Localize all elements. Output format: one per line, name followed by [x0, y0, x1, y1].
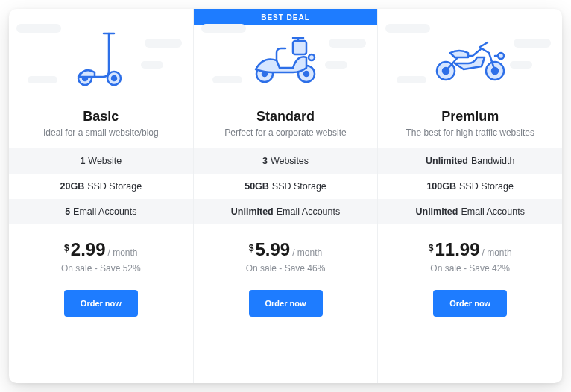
price-period: / month — [482, 247, 512, 258]
feature-row: 1Website — [9, 148, 193, 174]
price-amount: 5.99 — [255, 239, 290, 260]
feature-list: UnlimitedBandwidth 100GBSSD Storage Unli… — [378, 148, 562, 224]
plan-tagline: Perfect for a corporate website — [224, 127, 346, 138]
plan-hero — [378, 9, 562, 106]
currency: $ — [249, 243, 254, 253]
sale-text: On sale - Save 46% — [246, 263, 326, 274]
svg-point-9 — [304, 72, 309, 76]
plan-hero — [9, 9, 193, 106]
plan-tagline: The best for high traffic websites — [406, 127, 534, 138]
price-period: / month — [108, 247, 138, 258]
price-amount: 2.99 — [71, 239, 106, 260]
svg-line-18 — [480, 42, 488, 47]
price-amount: 11.99 — [435, 239, 479, 260]
feature-row: UnlimitedEmail Accounts — [194, 199, 378, 224]
svg-point-5 — [112, 76, 116, 80]
pricing-table: Basic Ideal for a small website/blog 1We… — [9, 9, 562, 383]
plan-premium: Premium The best for high traffic websit… — [378, 9, 562, 383]
motorcycle-icon — [429, 34, 511, 81]
price: $ 2.99 / month On sale - Save 52% — [61, 239, 141, 274]
plan-tagline: Ideal for a small website/blog — [43, 127, 159, 138]
plan-standard: BEST DEAL — [194, 9, 379, 383]
price: $ 11.99 / month On sale - Save 42% — [429, 239, 512, 274]
feature-row: 100GBSSD Storage — [378, 174, 562, 199]
order-button[interactable]: Order now — [433, 290, 507, 317]
feature-row: UnlimitedEmail Accounts — [378, 199, 562, 224]
svg-rect-10 — [293, 41, 306, 54]
feature-row: 50GBSSD Storage — [194, 174, 378, 199]
sale-text: On sale - Save 52% — [61, 263, 141, 274]
feature-row: 3Websites — [194, 148, 378, 174]
plan-hero — [194, 9, 378, 106]
currency: $ — [64, 243, 69, 253]
plan-name: Premium — [441, 109, 499, 124]
moped-icon — [248, 31, 323, 84]
order-button[interactable]: Order now — [249, 290, 323, 317]
scooter-icon — [74, 28, 127, 87]
plan-name: Basic — [83, 109, 119, 124]
price: $ 5.99 / month On sale - Save 46% — [246, 239, 326, 274]
feature-list: 3Websites 50GBSSD Storage UnlimitedEmail… — [194, 148, 378, 224]
feature-row: UnlimitedBandwidth — [378, 148, 562, 174]
sale-text: On sale - Save 42% — [429, 263, 512, 274]
plan-basic: Basic Ideal for a small website/blog 1We… — [9, 9, 194, 383]
feature-row: 20GBSSD Storage — [9, 174, 193, 199]
order-button[interactable]: Order now — [64, 290, 138, 317]
currency: $ — [429, 243, 434, 253]
plan-name: Standard — [256, 109, 315, 124]
price-period: / month — [292, 247, 322, 258]
feature-row: 5Email Accounts — [9, 199, 193, 224]
svg-point-13 — [309, 54, 315, 60]
feature-list: 1Website 20GBSSD Storage 5Email Accounts — [9, 148, 193, 224]
